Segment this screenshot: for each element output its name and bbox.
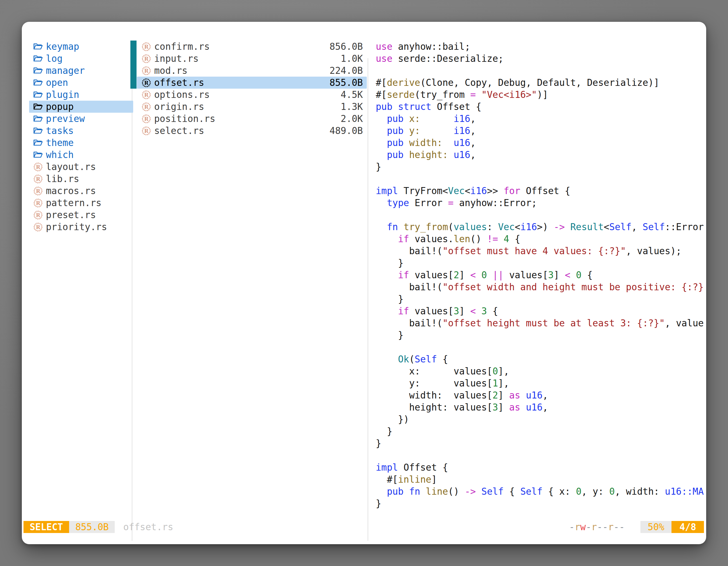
svg-text:R: R [144, 91, 149, 98]
svg-text:R: R [36, 188, 40, 194]
code-line: type Error = anyhow::Error; [376, 197, 706, 209]
code-line: pub struct Offset { [376, 101, 706, 113]
sidebar-item-preset-rs[interactable]: Rpreset.rs [29, 209, 133, 221]
file-row-origin-rs[interactable]: Rorigin.rs1.3K [137, 101, 367, 113]
code-line: x: values[0], [376, 365, 706, 377]
code-line: } [376, 329, 706, 341]
svg-text:R: R [36, 164, 40, 170]
rust-file-icon: R [141, 90, 151, 100]
sidebar-item-plugin[interactable]: plugin [29, 89, 133, 101]
svg-text:R: R [36, 212, 40, 218]
svg-text:R: R [144, 55, 149, 62]
svg-text:R: R [36, 224, 40, 230]
sidebar-item-lib-rs[interactable]: Rlib.rs [29, 173, 133, 185]
sidebar-item-preview[interactable]: preview [29, 113, 133, 125]
code-line: } [376, 437, 706, 449]
sidebar-item-label: macros.rs [46, 185, 96, 197]
folder-open-icon [33, 126, 43, 136]
sidebar-item-open[interactable]: open [29, 77, 133, 89]
file-list-scrollbar[interactable] [130, 41, 137, 89]
svg-text:R: R [144, 104, 149, 110]
code-line: } [376, 293, 706, 305]
sidebar-item-label: popup [46, 101, 74, 113]
folder-open-icon [33, 42, 43, 52]
scroll-percent-badge: 50% [640, 521, 672, 533]
sidebar-item-manager[interactable]: manager [29, 65, 133, 77]
sidebar-item-label: log [46, 53, 63, 65]
svg-text:R: R [144, 116, 149, 122]
file-name: position.rs [154, 113, 215, 125]
code-line: pub y: i16, [376, 125, 706, 137]
sidebar-item-pattern-rs[interactable]: Rpattern.rs [29, 197, 133, 209]
cursor-position-badge: 4/8 [671, 521, 704, 533]
rust-file-icon: R [141, 78, 151, 88]
sidebar-item-keymap[interactable]: keymap [29, 41, 133, 53]
file-row-select-rs[interactable]: Rselect.rs489.0B [137, 125, 367, 137]
file-row-position-rs[interactable]: Rposition.rs2.0K [137, 113, 367, 125]
code-line: pub width: u16, [376, 137, 706, 149]
file-row-offset-rs[interactable]: Roffset.rs855.0B [137, 77, 367, 89]
folder-open-icon [33, 150, 43, 160]
folder-open-icon [33, 102, 43, 112]
sidebar-item-label: manager [46, 65, 85, 77]
sidebar-item-popup[interactable]: popup [29, 101, 133, 113]
file-row-options-rs[interactable]: Roptions.rs4.5K [137, 89, 367, 101]
code-line [376, 341, 706, 353]
sidebar-item-label: layout.rs [46, 161, 96, 173]
rust-file-icon: R [141, 102, 151, 112]
sidebar-item-label: which [46, 149, 74, 161]
svg-text:R: R [36, 200, 40, 206]
file-size: 489.0B [330, 125, 363, 137]
mode-badge: SELECT [24, 521, 69, 533]
sidebar-item-label: preview [46, 113, 85, 125]
sidebar-item-label: priority.rs [46, 221, 107, 233]
code-line: bail!("offset width and height must be p… [376, 281, 706, 293]
code-line: width: values[2] as u16, [376, 389, 706, 401]
code-line: y: values[1], [376, 377, 706, 389]
file-size-badge: 855.0B [69, 521, 115, 533]
file-name: mod.rs [154, 65, 187, 77]
sidebar-item-priority-rs[interactable]: Rpriority.rs [29, 221, 133, 233]
sidebar-item-log[interactable]: log [29, 53, 133, 65]
code-line: use serde::Deserialize; [376, 53, 706, 65]
code-line: } [376, 497, 706, 509]
code-line [376, 449, 706, 461]
code-line: if values[2] < 0 || values[3] < 0 { [376, 269, 706, 281]
code-line: } [376, 161, 706, 173]
rust-file-icon: R [141, 126, 151, 136]
desktop-background: keymaplogmanageropenpluginpopuppreviewta… [0, 0, 728, 566]
yazi-window: keymaplogmanageropenpluginpopuppreviewta… [22, 22, 706, 544]
file-size: 224.0B [330, 65, 363, 77]
status-bar: SELECT 855.0B offset.rs -rw-r--r-- 50% 4… [24, 521, 704, 533]
rust-file-icon: R [33, 222, 43, 232]
file-size: 1.3K [341, 101, 363, 113]
svg-text:R: R [144, 79, 149, 86]
file-size: 856.0B [330, 41, 363, 53]
pane-divider-right [368, 58, 368, 541]
svg-text:R: R [144, 128, 149, 134]
sidebar-item-label: pattern.rs [46, 197, 102, 209]
folder-open-icon [33, 66, 43, 76]
sidebar-item-macros-rs[interactable]: Rmacros.rs [29, 185, 133, 197]
file-row-input-rs[interactable]: Rinput.rs1.0K [137, 53, 367, 65]
code-line: pub height: u16, [376, 149, 706, 161]
sidebar-item-which[interactable]: which [29, 149, 133, 161]
file-name: input.rs [154, 53, 199, 65]
code-line [376, 65, 706, 77]
sidebar-item-label: lib.rs [46, 173, 79, 185]
code-line [376, 173, 706, 185]
folder-open-icon [33, 114, 43, 124]
code-line: height: values[3] as u16, [376, 401, 706, 413]
code-line: } [376, 257, 706, 269]
sidebar-item-layout-rs[interactable]: Rlayout.rs [29, 161, 133, 173]
sidebar-item-label: tasks [46, 125, 74, 137]
status-left: SELECT 855.0B offset.rs [24, 521, 173, 533]
code-line: if values[3] < 3 { [376, 305, 706, 317]
file-row-mod-rs[interactable]: Rmod.rs224.0B [137, 65, 367, 77]
status-filename: offset.rs [123, 521, 173, 533]
sidebar-item-tasks[interactable]: tasks [29, 125, 133, 137]
file-row-confirm-rs[interactable]: Rconfirm.rs856.0B [137, 41, 367, 53]
sidebar-item-theme[interactable]: theme [29, 137, 133, 149]
folder-open-icon [33, 78, 43, 88]
folder-open-icon [33, 90, 43, 100]
